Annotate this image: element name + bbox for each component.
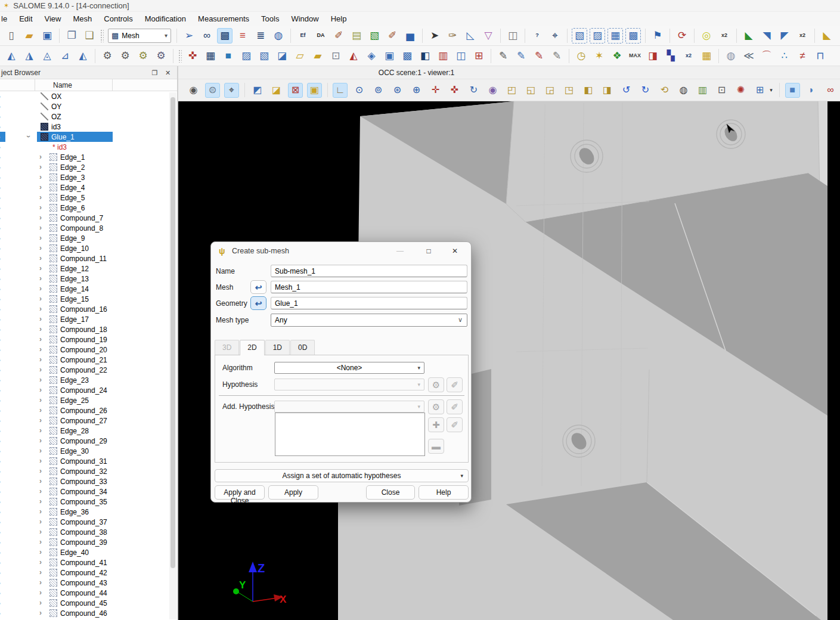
triangle-tool-3-button[interactable]: ◤ [777,28,792,44]
length-2d-flag-button[interactable]: x2 [681,48,696,64]
chevron-right-icon[interactable]: › [39,589,42,596]
chevron-right-icon[interactable]: › [0,447,1,455]
mesh-cube-solid-button[interactable]: ■ [221,48,236,64]
chevron-right-icon[interactable]: › [0,538,1,547]
chevron-right-icon[interactable]: › [0,478,1,486]
tree-item-compound_7[interactable]: ››Compound_7 [0,213,177,223]
diamond-node-button[interactable]: ◈ [364,48,379,64]
chevron-right-icon[interactable]: › [0,427,1,435]
chevron-expanded-icon[interactable]: › [25,135,32,138]
ambient-light-button[interactable]: ✺ [733,83,748,98]
plane-question-button[interactable]: ▱ [292,48,308,64]
tree-item-compound_29[interactable]: ››Compound_29 [0,436,177,446]
eficas-button[interactable]: Ef [295,28,311,44]
whole-mesh-button[interactable]: ◍ [271,28,286,44]
chevron-right-icon[interactable]: › [0,285,1,293]
xyz-selection-button[interactable]: ➤ [427,28,442,44]
zoom-region-button[interactable]: ⊡ [328,48,343,64]
chevron-right-icon[interactable]: › [0,508,1,516]
poly-selection-button[interactable]: ◪ [269,83,284,98]
new-document-button[interactable]: ▯ [4,28,19,44]
toolbar-grip[interactable] [178,49,182,63]
shading-mode-button[interactable]: ■ [785,83,800,98]
stereo-mode-button[interactable]: ∞ [823,83,838,98]
tab-0d[interactable]: 0D [290,340,315,355]
chevron-right-icon[interactable]: › [39,194,42,201]
tab-1d[interactable]: 1D [265,340,290,355]
mesh-module-button[interactable]: ▩ [217,28,233,44]
arc-cube-button[interactable]: ⊓ [813,48,828,64]
tree-item-compound_32[interactable]: ››Compound_32 [0,466,177,476]
chevron-right-icon[interactable]: › [39,538,42,545]
split-quadrangles-button[interactable]: ▣ [382,48,397,64]
tree-item-compound_33[interactable]: ››Compound_33 [0,476,177,486]
tree-item-edge_14[interactable]: ››Edge_14 [0,284,177,294]
dialog-titlebar[interactable]: ψ Create sub-mesh — □ ✕ [211,242,471,260]
geometry-select-button[interactable]: ↩ [250,296,266,310]
aspect-ratio-button[interactable]: ❖ [609,48,625,64]
chevron-right-icon[interactable]: › [39,163,42,170]
chevron-right-icon[interactable]: › [39,366,42,373]
extrusion-button[interactable]: ▨ [238,48,254,64]
chevron-right-icon[interactable]: › [39,437,42,444]
rotation-button[interactable]: ↻ [466,83,481,98]
chevron-right-icon[interactable]: › [0,467,1,476]
show-object-button[interactable]: ◫ [505,28,520,44]
chevron-right-icon[interactable]: › [39,488,42,495]
show-trihedron-button[interactable]: ∟ [333,83,348,98]
zooming-style-button[interactable]: ⌖ [224,83,239,98]
tree-item-oy[interactable]: ›OY [0,101,177,111]
panning-button[interactable]: ✛ [428,83,443,98]
chevron-right-icon[interactable]: › [0,113,1,121]
warping-angle-button[interactable]: ✶ [591,48,607,64]
create-hypothesis-button[interactable]: ⚙ [428,377,444,392]
tree-item-compound_18[interactable]: ››Compound_18 [0,324,177,334]
toolbar-grip[interactable] [100,29,104,42]
rect-selection-button[interactable]: ◩ [250,83,265,98]
save-document-button[interactable]: ▣ [39,28,55,44]
tree-item-edge_13[interactable]: ››Edge_13 [0,274,177,284]
add-hypothesis-combo[interactable]: ▾ [274,401,424,413]
fit-all-button[interactable]: ⊙ [352,83,367,98]
tree-item-compound_42[interactable]: ››Compound_42 [0,568,177,578]
bottom-view-button[interactable]: ◳ [562,83,576,98]
measure-distance-button[interactable]: ✐ [331,28,346,44]
tree-item-id3[interactable]: ›id3 [0,122,177,132]
chevron-right-icon[interactable]: › [39,305,42,312]
perspective-mode-button[interactable]: ◗ [804,83,819,98]
spike-planes-button[interactable]: ≪ [741,48,757,64]
module-selector-combo[interactable]: ▩Mesh▾ [108,29,171,43]
menu-item-tools[interactable]: Tools [255,13,285,25]
chevron-right-icon[interactable]: › [39,467,42,475]
reset-view-button[interactable]: ⟲ [657,83,672,98]
tree-item-compound_24[interactable]: ››Compound_24 [0,385,177,395]
enable-selection-button[interactable]: ▣ [307,83,322,98]
edit-mesh-button[interactable]: ▦ [607,28,623,44]
chevron-right-icon[interactable]: › [39,255,42,262]
tree-item-edge_1[interactable]: ››Edge_1 [0,152,177,162]
tree-item-glue_1[interactable]: ››Glue_1 [0,132,177,142]
tree-item-compound_35[interactable]: ››Compound_35 [0,497,177,507]
select-triangle-button[interactable]: ◺ [463,28,478,44]
pyramid-red-button[interactable]: ◭ [346,48,361,64]
panel-float-icon[interactable]: ❐ [150,67,160,78]
chevron-right-icon[interactable]: › [0,224,1,232]
chevron-right-icon[interactable]: › [0,153,1,162]
tree-item-edge_2[interactable]: ››Edge_2 [0,162,177,172]
chevron-right-icon[interactable]: › [0,214,1,222]
help-button[interactable]: Help [419,485,469,500]
tree-scrollbar-thumb[interactable] [171,97,175,568]
tree-item-compound_26[interactable]: ››Compound_26 [0,405,177,416]
export-mesh-button[interactable]: ➢ [181,28,197,44]
dialog-maximize-button[interactable]: □ [420,244,438,258]
chevron-right-icon[interactable]: › [0,579,1,587]
tree-item-edge_6[interactable]: ››Edge_6 [0,203,177,213]
chevron-right-icon[interactable]: › [39,508,42,515]
chevron-right-icon[interactable]: › [0,498,1,506]
chevron-right-icon[interactable]: › [0,244,1,253]
arc-node-button[interactable]: ⌒ [759,48,774,64]
back-view-button[interactable]: ◱ [523,83,538,98]
tree-item-edge_12[interactable]: ››Edge_12 [0,264,177,274]
tree-item-compound_19[interactable]: ››Compound_19 [0,334,177,345]
tree-item-edge_30[interactable]: ››Edge_30 [0,446,177,456]
